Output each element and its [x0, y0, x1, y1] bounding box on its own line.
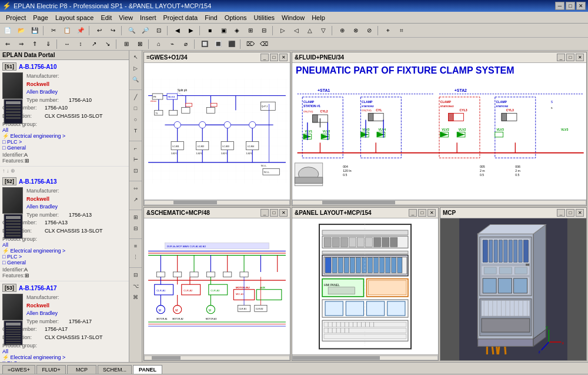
tb-btn-9[interactable]: ▽: [317, 25, 330, 36]
scrollbar-track-gwes[interactable]: [144, 200, 290, 205]
tb-btn-2[interactable]: ▣: [217, 25, 230, 36]
next-page-btn[interactable]: ▶: [185, 25, 198, 36]
side-comp-btn[interactable]: ⊡: [131, 165, 141, 176]
scrollbar-h-layout[interactable]: [292, 354, 438, 360]
panel-close-gwes[interactable]: ✕: [279, 54, 288, 61]
panel-min-schematic[interactable]: _: [260, 209, 269, 217]
tab-mcp[interactable]: MCP: [67, 365, 96, 374]
tb-btn-11[interactable]: ⊗: [349, 25, 362, 36]
all-link-53[interactable]: All: [2, 349, 126, 354]
tb-btn-7[interactable]: ◁: [290, 25, 303, 36]
panel-max-fluid[interactable]: □: [566, 54, 574, 61]
close-button[interactable]: ✕: [576, 2, 586, 10]
menu-view[interactable]: View: [115, 13, 136, 22]
side-prop-btn[interactable]: ≡: [131, 241, 141, 251]
tb2-btn-9[interactable]: ⊞: [120, 38, 133, 50]
panel-max-mcp-3d[interactable]: □: [566, 209, 574, 217]
side-io-btn[interactable]: ⌥: [131, 281, 141, 291]
plc-link-51[interactable]: □ PLC >: [2, 139, 126, 145]
scrollbar-track-fluid[interactable]: [292, 200, 586, 205]
side-wire-btn[interactable]: ⌐: [131, 143, 141, 154]
menu-page[interactable]: Page: [29, 13, 52, 22]
tb2-btn-1[interactable]: ⇐: [1, 38, 14, 50]
side-select-btn[interactable]: ▷: [131, 63, 141, 74]
fit-btn[interactable]: ⊡: [152, 25, 165, 36]
scrollbar-track-layout[interactable]: [292, 356, 438, 360]
tb2-btn-6[interactable]: ↕: [74, 38, 87, 50]
panel-max-schematic[interactable]: □: [270, 209, 278, 217]
menu-options[interactable]: Options: [221, 13, 250, 22]
menu-utilities[interactable]: Utilities: [250, 13, 278, 22]
side-fmt-btn[interactable]: ⊞: [131, 212, 141, 223]
panel-min-fluid[interactable]: _: [557, 54, 565, 61]
side-connect-btn[interactable]: ⊢: [131, 154, 141, 165]
general-link-52[interactable]: □ General: [2, 260, 126, 266]
side-misc-btn[interactable]: ⌘: [131, 292, 141, 303]
tb2-btn-14[interactable]: 🔲: [198, 38, 211, 50]
side-zoom-btn[interactable]: 🔍: [131, 74, 141, 85]
tb-btn-6[interactable]: ▷: [276, 25, 289, 36]
panel-max-layout[interactable]: □: [418, 209, 426, 217]
scrollbar-h-schematic[interactable]: [144, 354, 290, 360]
all-link-51[interactable]: All: [2, 127, 126, 133]
general-link-51[interactable]: □ General: [2, 145, 126, 151]
cut-btn[interactable]: ✂: [47, 25, 60, 36]
tb2-btn-15[interactable]: 🔳: [212, 38, 225, 50]
redo-btn[interactable]: ↪: [106, 25, 119, 36]
tb-btn-13[interactable]: ⌖: [382, 25, 395, 36]
electrical-link-53[interactable]: ⚡ Electrical engineering >: [2, 354, 126, 360]
tb2-btn-16[interactable]: ⬛: [225, 38, 238, 50]
side-text-btn[interactable]: T: [131, 125, 141, 136]
tb-btn-14[interactable]: ⌗: [395, 25, 408, 36]
tb2-btn-12[interactable]: ⌁: [166, 38, 179, 50]
tb2-btn-10[interactable]: ⊠: [133, 38, 146, 50]
menu-layout-space[interactable]: Layout space: [52, 13, 97, 22]
panel-min-gwes[interactable]: _: [260, 54, 269, 61]
tb-btn-8[interactable]: △: [303, 25, 316, 36]
tb2-btn-2[interactable]: ⇒: [15, 38, 28, 50]
minimize-button[interactable]: ─: [555, 2, 564, 10]
zoom-out-btn[interactable]: 🔎: [139, 25, 152, 36]
side-bus-btn[interactable]: ⊟: [131, 270, 141, 280]
side-dim-btn[interactable]: ⇿: [131, 183, 141, 194]
side-line-btn[interactable]: ╱: [131, 92, 141, 102]
tb-btn-4[interactable]: ⊞: [244, 25, 257, 36]
menu-window[interactable]: Window: [278, 13, 308, 22]
electrical-link-51[interactable]: ⚡ Electrical engineering >: [2, 133, 126, 139]
plc-link-53[interactable]: □ PLC >: [2, 360, 126, 362]
menu-edit[interactable]: Edit: [97, 13, 115, 22]
zoom-in-btn[interactable]: 🔍: [125, 25, 138, 36]
menu-find[interactable]: Find: [201, 13, 220, 22]
tb2-btn-5[interactable]: ↔: [61, 38, 74, 50]
tb2-btn-3[interactable]: ⇑: [28, 38, 41, 50]
menu-project-data[interactable]: Project data: [160, 13, 202, 22]
window-controls[interactable]: ─ □ ✕: [555, 2, 586, 10]
paste-btn[interactable]: 📌: [74, 25, 87, 36]
side-circle-btn[interactable]: ○: [131, 114, 141, 125]
tb2-btn-4[interactable]: ⇓: [42, 38, 55, 50]
side-net-btn[interactable]: ⋮: [131, 252, 141, 263]
prev-page-btn[interactable]: ◀: [171, 25, 184, 36]
tb2-btn-11[interactable]: ⌂: [152, 38, 165, 50]
copy-btn[interactable]: 📋: [61, 25, 74, 36]
tab-panel[interactable]: PANEL: [133, 365, 162, 374]
tb-btn-5[interactable]: ⊟: [258, 25, 270, 36]
side-ref-btn[interactable]: ↗: [131, 194, 141, 205]
tb-btn-10[interactable]: ⊕: [336, 25, 349, 36]
menu-help[interactable]: Help: [308, 13, 329, 22]
electrical-link-52[interactable]: ⚡ Electrical engineering >: [2, 248, 126, 254]
undo-btn[interactable]: ↩: [93, 25, 106, 36]
scrollbar-track-schematic[interactable]: [144, 356, 290, 360]
menu-insert[interactable]: Insert: [136, 13, 160, 22]
panel-close-fluid[interactable]: ✕: [576, 54, 584, 61]
side-del-btn[interactable]: ⊟: [131, 223, 141, 234]
new-btn[interactable]: 📄: [1, 25, 14, 36]
panel-max-gwes[interactable]: □: [270, 54, 278, 61]
maximize-button[interactable]: □: [566, 2, 575, 10]
panel-min-mcp-3d[interactable]: _: [557, 209, 565, 217]
tb2-btn-13[interactable]: ⌀: [179, 38, 192, 50]
tb2-btn-17[interactable]: ⌦: [244, 38, 257, 50]
tb-btn-12[interactable]: ⊘: [363, 25, 376, 36]
menu-project[interactable]: Project: [2, 13, 29, 22]
save-btn[interactable]: 💾: [28, 25, 41, 36]
